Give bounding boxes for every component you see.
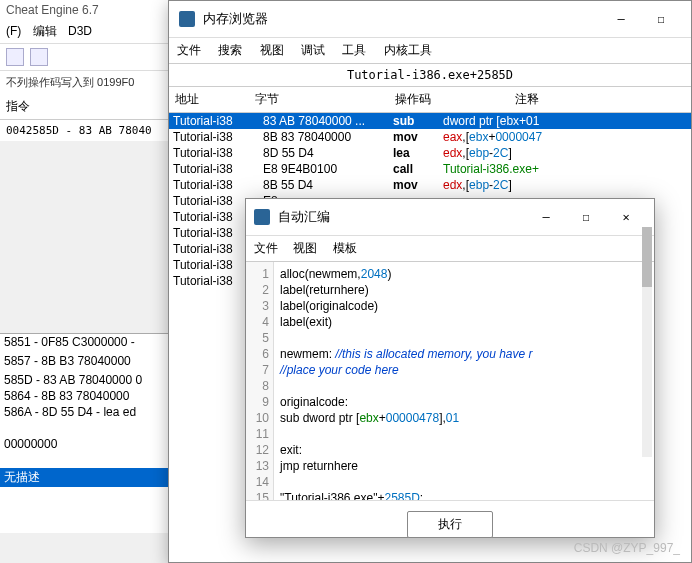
aa-menubar: 文件 视图 模板 bbox=[246, 236, 654, 262]
watermark: CSDN @ZYP_997_ bbox=[574, 541, 680, 555]
close-button[interactable]: ✕ bbox=[606, 205, 646, 229]
save-icon[interactable] bbox=[30, 48, 48, 66]
bg-menu-file[interactable]: (F) bbox=[6, 24, 21, 38]
bg-menu-d3d[interactable]: D3D bbox=[68, 24, 92, 38]
minimize-button[interactable]: — bbox=[601, 7, 641, 31]
bg-toolbar bbox=[0, 44, 188, 71]
open-icon[interactable] bbox=[6, 48, 24, 66]
aa-title: 自动汇编 bbox=[278, 208, 526, 226]
line-gutter: 123456789101112131415 bbox=[246, 262, 274, 500]
op-row[interactable]: 585D - 83 AB 78040000 0 bbox=[0, 372, 190, 388]
op-row[interactable]: 5857 - 8B B3 78040000 bbox=[0, 353, 190, 372]
background-window: Cheat Engine 6.7 (F) 编辑 D3D 不列操作码写入到 019… bbox=[0, 0, 188, 141]
scrollbar-thumb[interactable] bbox=[642, 262, 652, 287]
disasm-row[interactable]: Tutorial-i38E8 9E4B0100callTutorial-i386… bbox=[169, 161, 691, 177]
bg-info-text: 不列操作码写入到 0199F0 bbox=[0, 71, 188, 94]
bg-title: Cheat Engine 6.7 bbox=[0, 0, 188, 20]
aa-menu-file[interactable]: 文件 bbox=[254, 241, 278, 255]
auto-assemble-window: 自动汇编 — ☐ ✕ 文件 视图 模板 12345678910111213141… bbox=[245, 198, 655, 538]
aa-menu-view[interactable]: 视图 bbox=[293, 241, 317, 255]
address-display[interactable]: Tutorial-i386.exe+2585D bbox=[169, 64, 691, 87]
disasm-row[interactable]: Tutorial-i388B 55 D4movedx,[ebp-2C] bbox=[169, 177, 691, 193]
disasm-row[interactable]: Tutorial-i388B 83 78040000moveax,[ebx+00… bbox=[169, 129, 691, 145]
minimize-button[interactable]: — bbox=[526, 205, 566, 229]
maximize-button[interactable]: ☐ bbox=[566, 205, 606, 229]
disasm-row[interactable]: Tutorial-i388D 55 D4leaedx,[ebp-2C] bbox=[169, 145, 691, 161]
scrollbar-vertical[interactable] bbox=[642, 262, 652, 457]
app-logo-icon bbox=[254, 209, 270, 225]
memview-title: 内存浏览器 bbox=[203, 10, 601, 28]
menu-file[interactable]: 文件 bbox=[177, 43, 201, 57]
memview-menubar: 文件 搜索 视图 调试 工具 内核工具 bbox=[169, 38, 691, 64]
op-row[interactable]: 586A - 8D 55 D4 - lea ed bbox=[0, 404, 190, 420]
menu-debug[interactable]: 调试 bbox=[301, 43, 325, 57]
app-logo-icon bbox=[179, 11, 195, 27]
aa-menu-template[interactable]: 模板 bbox=[333, 241, 357, 255]
menu-view[interactable]: 视图 bbox=[260, 43, 284, 57]
menu-tools[interactable]: 工具 bbox=[342, 43, 366, 57]
code-text[interactable]: alloc(newmem,2048)label(returnhere)label… bbox=[274, 262, 654, 500]
disasm-row[interactable]: Tutorial-i3883 AB 78040000 ...subdword p… bbox=[169, 113, 691, 129]
op-row[interactable]: 5851 - 0F85 C3000000 - bbox=[0, 334, 190, 353]
desc-label: 无描述 bbox=[4, 469, 40, 486]
bg-section-label: 指令 bbox=[0, 94, 188, 120]
menu-search[interactable]: 搜索 bbox=[218, 43, 242, 57]
execute-button[interactable]: 执行 bbox=[407, 511, 493, 538]
maximize-button[interactable]: ☐ bbox=[641, 7, 681, 31]
col-opcode[interactable]: 操作码 bbox=[389, 89, 509, 110]
menu-kernel[interactable]: 内核工具 bbox=[384, 43, 432, 57]
col-address[interactable]: 地址 bbox=[169, 89, 249, 110]
memview-titlebar[interactable]: 内存浏览器 — ☐ bbox=[169, 1, 691, 38]
bg-code-line[interactable]: 0042585D - 83 AB 78040 bbox=[0, 120, 188, 141]
aa-titlebar[interactable]: 自动汇编 — ☐ ✕ bbox=[246, 199, 654, 236]
bg-menu-edit[interactable]: 编辑 bbox=[33, 24, 57, 38]
dots-row: 00000000 bbox=[0, 436, 190, 452]
col-bytes[interactable]: 字节 bbox=[249, 89, 389, 110]
col-comment[interactable]: 注释 bbox=[509, 89, 609, 110]
disasm-header: 地址 字节 操作码 注释 bbox=[169, 87, 691, 113]
aa-code-area[interactable]: 123456789101112131415 alloc(newmem,2048)… bbox=[246, 262, 654, 500]
bg-menubar[interactable]: (F) 编辑 D3D bbox=[0, 20, 188, 44]
op-row[interactable]: 5864 - 8B 83 78040000 bbox=[0, 388, 190, 404]
